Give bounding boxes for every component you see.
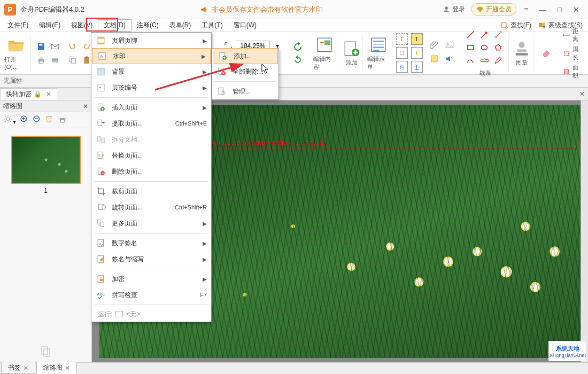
link-box-icon[interactable]: □ — [396, 47, 410, 60]
page-thumbnail[interactable] — [11, 136, 81, 184]
watermark-submenu-item-delete-all[interactable]: 全部删除... — [212, 64, 278, 80]
copy-pages-icon[interactable] — [40, 345, 52, 357]
save-icon[interactable] — [35, 40, 48, 53]
maximize-button[interactable]: □ — [552, 5, 567, 14]
find-button[interactable]: 查找(F) — [498, 21, 535, 30]
thumb-number: 1 — [7, 187, 84, 194]
menu-file[interactable]: 文件(F) — [2, 20, 34, 31]
edit-form-icon[interactable] — [369, 36, 388, 54]
user-icon — [443, 6, 450, 13]
minimize-button[interactable]: — — [535, 5, 550, 14]
svg-point-4 — [543, 26, 545, 28]
menu-button[interactable]: ≡ — [519, 5, 533, 14]
open-label[interactable]: 打开(O)... — [4, 56, 28, 70]
add-icon[interactable] — [343, 40, 361, 58]
text-yellow-icon[interactable]: T — [411, 47, 425, 60]
side-options-icon[interactable]: ▾ — [3, 114, 16, 126]
site-badge: 系统天地 XiTongTianDi.net — [548, 341, 587, 361]
note-icon[interactable] — [430, 54, 444, 67]
document-menu-item-header-footer[interactable]: 页眉页脚▶ — [91, 33, 211, 49]
tab-close-right-icon[interactable]: ✕ — [579, 90, 588, 98]
quick-encrypt-tab[interactable]: 快转加密 🔒 ✕ — [0, 88, 57, 100]
rect-icon[interactable] — [466, 43, 475, 52]
bates-icon: # — [96, 82, 106, 93]
tab-close-icon[interactable]: ✕ — [46, 90, 51, 98]
document-menu-item-background[interactable]: 背景▶ — [91, 64, 211, 80]
line-icon[interactable] — [466, 30, 475, 39]
copy-icon[interactable] — [66, 54, 79, 67]
sidebar-close-icon[interactable]: ✕ — [83, 103, 88, 110]
bottom-tab-thumbnail[interactable]: 缩略图 ✕ — [36, 362, 77, 374]
curve-icon[interactable] — [466, 56, 475, 65]
menu-comment[interactable]: 注释(C) — [131, 20, 164, 31]
document-menu-item-rotate-page[interactable]: 旋转页面...Ctrl+Shift+R — [91, 199, 211, 215]
rotate-right-icon[interactable] — [291, 41, 304, 53]
eraser-icon[interactable] — [540, 47, 553, 59]
mail-icon[interactable] — [49, 40, 61, 53]
text-highlight-icon[interactable]: T — [411, 33, 425, 46]
document-menu-item-initials[interactable]: 签名与缩写▶ — [91, 251, 211, 267]
menu-item-label: 背景 — [112, 67, 125, 76]
login-button[interactable]: 登录 — [438, 4, 469, 15]
document-menu-item-crop-page[interactable]: 裁剪页面 — [91, 183, 211, 199]
polygon-icon[interactable] — [493, 43, 503, 52]
side-rotate-icon[interactable] — [45, 114, 55, 126]
document-menu-item-signature[interactable]: 数字签名▶ — [91, 235, 211, 251]
side-zoomin-icon[interactable] — [19, 114, 29, 126]
undo-icon[interactable] — [66, 40, 79, 53]
quick-tab-label: 快转加密 — [6, 90, 32, 99]
menu-view[interactable]: 视图(V) — [66, 20, 98, 31]
side-zoomout-icon[interactable] — [32, 114, 42, 126]
anchor-icon[interactable]: ⎘ — [396, 61, 410, 74]
pencil-icon[interactable] — [493, 56, 503, 65]
document-menu-item-more-pages[interactable]: 更多页面▶ — [91, 215, 211, 231]
thumb-tab-close-icon[interactable]: ✕ — [65, 364, 70, 372]
document-menu-item-encrypt[interactable]: 加密▶ — [91, 271, 211, 287]
stamp-icon[interactable] — [513, 40, 531, 58]
bookmark-tab-close-icon[interactable]: ✕ — [23, 364, 28, 372]
close-button[interactable]: ✕ — [569, 5, 584, 14]
menu-item-label: 提取页面... — [112, 119, 143, 128]
image-icon[interactable] — [445, 40, 459, 53]
text-box-icon[interactable]: T — [396, 33, 410, 46]
area-tool[interactable]: 面积 — [562, 64, 584, 80]
document-menu-item-watermark[interactable]: A水印▶ — [92, 48, 211, 64]
menu-tools[interactable]: 工具(T) — [196, 20, 228, 31]
document-menu-item-spellcheck[interactable]: ABC拼写检查F7 — [91, 287, 211, 303]
arrow-icon[interactable] — [479, 30, 489, 39]
vertical-scrollbar[interactable] — [581, 100, 588, 362]
menu-window[interactable]: 窗口(W) — [228, 20, 262, 31]
run-row[interactable]: 运行: <无> — [91, 307, 211, 322]
circle-line-icon[interactable] — [493, 30, 503, 39]
edit-content-icon[interactable]: T — [315, 36, 334, 54]
open-folder-icon[interactable] — [7, 36, 25, 54]
svg-rect-28 — [467, 45, 473, 50]
distance-tool[interactable]: 距离 — [562, 27, 584, 43]
menu-document[interactable]: 文档(D) — [98, 19, 131, 32]
svg-rect-43 — [98, 37, 104, 38]
print-icon[interactable] — [35, 54, 48, 67]
document-menu-item-replace-page[interactable]: 替换页面... — [91, 147, 211, 163]
perimeter-tool[interactable]: 周长 — [562, 45, 584, 61]
menu-form[interactable]: 表单(R) — [164, 20, 197, 31]
document-menu-item-delete-page[interactable]: 删除页面... — [91, 163, 211, 180]
vip-button[interactable]: 开通会员 — [471, 3, 516, 15]
document-menu-item-bates[interactable]: #贝茨编号▶ — [91, 80, 211, 96]
bottom-tab-bookmark[interactable]: 书签 ✕ — [1, 362, 35, 374]
scan-icon[interactable] — [49, 54, 61, 67]
sidebar-title: 缩略图 — [3, 102, 22, 111]
watermark-submenu-item-add[interactable]: 添加... — [213, 48, 278, 64]
document-menu-item-extract-page[interactable]: 提取页面...Ctrl+Shift+E — [91, 115, 211, 131]
document-menu-item-split-doc: 拆分文档... — [91, 131, 211, 147]
rotate-left-icon[interactable] — [291, 53, 304, 66]
text-underline-icon[interactable]: T — [411, 61, 425, 74]
attach-icon[interactable] — [430, 40, 444, 53]
document-menu-item-insert-page[interactable]: 插入页面▶ — [91, 99, 211, 115]
menu-edit[interactable]: 编辑(E) — [34, 20, 66, 31]
side-print-icon[interactable] — [58, 114, 67, 126]
ellipse-icon[interactable] — [479, 43, 489, 52]
svg-rect-5 — [39, 43, 42, 45]
audio-icon[interactable] — [445, 54, 459, 67]
cloud-icon[interactable] — [479, 56, 489, 65]
watermark-submenu-item-manage[interactable]: 管理... — [212, 83, 278, 99]
